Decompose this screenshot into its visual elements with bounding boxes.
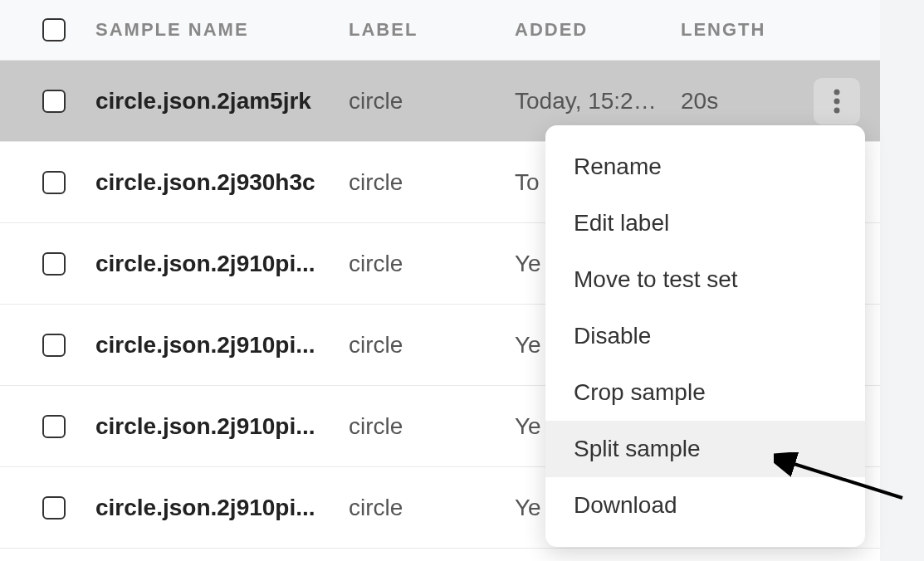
menu-item-crop-sample[interactable]: Crop sample — [545, 364, 865, 421]
sample-name: circle.json.2j910pi... — [95, 251, 349, 277]
row-checkbox[interactable] — [42, 496, 66, 520]
sample-name: circle.json.2j910pi... — [95, 413, 349, 440]
header-length[interactable]: LENGTH — [681, 19, 830, 41]
menu-item-split-sample[interactable]: Split sample — [545, 421, 865, 477]
sample-label: circle — [349, 88, 515, 115]
header-added[interactable]: ADDED — [515, 19, 681, 41]
select-all-checkbox[interactable] — [42, 18, 66, 41]
sample-label: circle — [349, 495, 515, 521]
sample-label: circle — [349, 332, 515, 359]
menu-item-download[interactable]: Download — [545, 477, 865, 534]
row-checkbox[interactable] — [42, 252, 66, 276]
sample-name: circle.json.2j910pi... — [95, 332, 349, 359]
row-checkbox[interactable] — [42, 90, 66, 113]
svg-point-1 — [834, 98, 840, 104]
sample-name: circle.json.2jam5jrk — [95, 88, 349, 115]
header-label[interactable]: LABEL — [349, 19, 515, 41]
svg-point-2 — [834, 107, 840, 113]
sample-added: Today, 15:2… — [515, 88, 681, 115]
row-checkbox[interactable] — [42, 415, 66, 438]
sample-name: circle.json.2j910pi... — [95, 495, 349, 521]
table-header: SAMPLE NAME LABEL ADDED LENGTH — [0, 0, 880, 61]
row-checkbox[interactable] — [42, 334, 66, 357]
sample-label: circle — [349, 251, 515, 277]
row-actions-menu: RenameEdit labelMove to test setDisableC… — [545, 125, 865, 547]
more-vertical-icon — [834, 88, 840, 115]
row-checkbox[interactable] — [42, 171, 66, 194]
sample-name: circle.json.2j930h3c — [95, 169, 349, 196]
menu-item-rename[interactable]: Rename — [545, 139, 865, 195]
menu-item-edit-label[interactable]: Edit label — [545, 195, 865, 251]
right-gutter — [880, 0, 924, 561]
header-sample-name[interactable]: SAMPLE NAME — [95, 19, 349, 41]
svg-point-0 — [834, 89, 840, 95]
sample-label: circle — [349, 413, 515, 440]
menu-item-disable[interactable]: Disable — [545, 308, 865, 364]
sample-length: 20s — [681, 88, 789, 115]
sample-label: circle — [349, 169, 515, 196]
more-actions-button[interactable] — [814, 78, 860, 124]
menu-item-move-to-test-set[interactable]: Move to test set — [545, 251, 865, 308]
